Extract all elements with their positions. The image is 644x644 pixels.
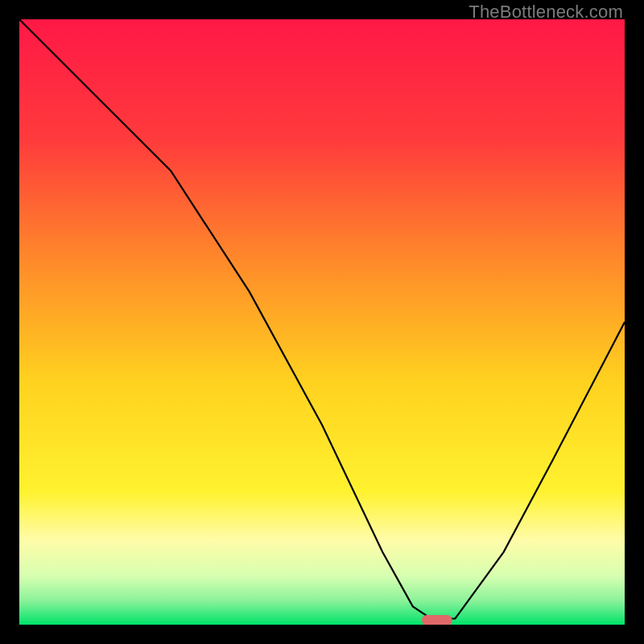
optimal-marker bbox=[422, 615, 452, 625]
chart-frame bbox=[19, 19, 625, 625]
bottleneck-chart bbox=[19, 19, 625, 625]
